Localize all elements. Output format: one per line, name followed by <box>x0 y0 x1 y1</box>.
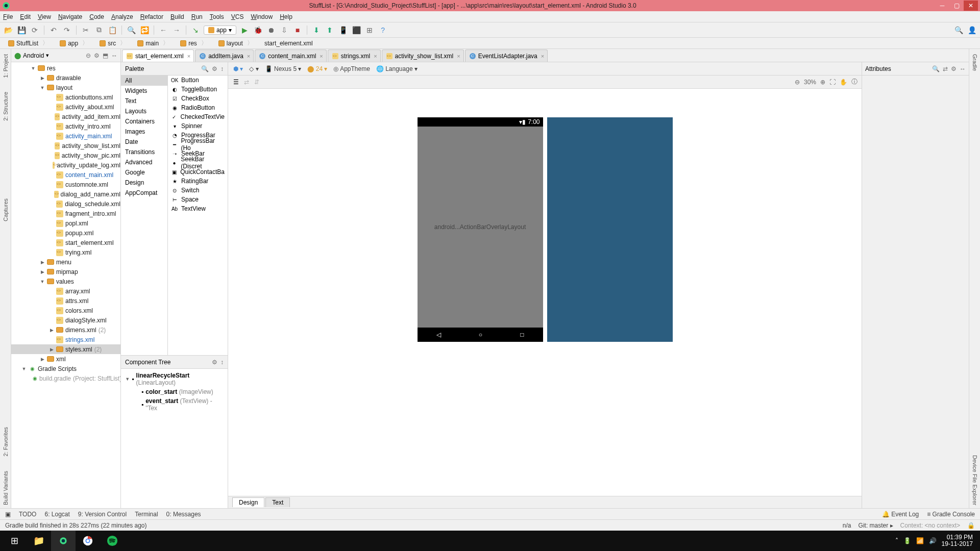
find-icon[interactable]: 🔍 <box>126 25 136 35</box>
menu-help[interactable]: Help <box>280 13 292 20</box>
vcs-update-icon[interactable]: ⬇ <box>311 25 322 35</box>
run-icon[interactable]: ▶ <box>239 25 250 35</box>
palette-category[interactable]: Images <box>121 127 167 137</box>
palette-item[interactable]: AbTextView <box>168 204 228 213</box>
open-icon[interactable]: 📂 <box>3 25 13 35</box>
gear-icon[interactable]: ⚙ <box>951 65 957 72</box>
palette-item[interactable]: ▾Spinner <box>168 121 228 131</box>
back-icon[interactable]: ← <box>158 25 168 35</box>
palette-item[interactable]: ●SeekBar (Discret <box>168 158 228 167</box>
favorites-gutter-tab[interactable]: 2: Favorites <box>3 424 9 459</box>
close-tab-icon[interactable]: × <box>374 53 377 59</box>
swap-icon[interactable]: ⇄ <box>943 65 948 72</box>
forward-icon[interactable]: → <box>172 25 182 35</box>
layout-inspector-icon[interactable]: ⊞ <box>364 25 375 35</box>
hide-icon[interactable]: ⬒ <box>103 52 108 59</box>
close-tab-icon[interactable]: × <box>457 53 460 59</box>
vcs-commit-icon[interactable]: ⬆ <box>325 25 335 35</box>
menu-refactor[interactable]: Refactor <box>140 13 163 20</box>
tree-item[interactable]: colors.xml <box>11 306 120 315</box>
run-config-selector[interactable]: app ▾ <box>204 26 236 35</box>
palette-category[interactable]: Advanced <box>121 157 167 167</box>
tree-item[interactable]: attrs.xml <box>11 296 120 306</box>
tree-item[interactable]: activity_show_list.xml <box>11 141 120 151</box>
menu-vcs[interactable]: VCS <box>231 13 244 20</box>
list-view-icon[interactable]: ☰ <box>233 79 239 86</box>
palette-category[interactable]: Transitions <box>121 147 167 157</box>
palette-category[interactable]: Layouts <box>121 106 167 116</box>
api-selector[interactable]: 24 <box>316 65 323 72</box>
tray-up-icon[interactable]: ˄ <box>895 537 898 544</box>
palette-category[interactable]: Google <box>121 167 167 178</box>
replace-icon[interactable]: 🔁 <box>139 25 150 35</box>
close-tab-icon[interactable]: × <box>187 53 190 59</box>
editor-tab[interactable]: CaddItem.java× <box>195 49 254 62</box>
palette-item[interactable]: ★RatingBar <box>168 177 228 186</box>
copy-icon[interactable]: ⧉ <box>94 25 104 35</box>
tree-item[interactable]: strings.xml <box>11 335 120 344</box>
view-mode-icon[interactable]: ⬢ ▾ <box>233 65 243 72</box>
text-tab[interactable]: Text <box>265 497 290 507</box>
tree-item[interactable]: ▼◉Gradle Scripts <box>11 364 120 373</box>
arrows-v-icon[interactable]: ⇵ <box>254 79 259 86</box>
palette-category[interactable]: Design <box>121 178 167 188</box>
gradle-gutter-tab[interactable]: Gradle <box>972 51 978 74</box>
sync-icon[interactable]: ⟳ <box>30 25 40 35</box>
zoom-out-icon[interactable]: ⊖ <box>795 79 800 86</box>
tree-item[interactable]: activity_intro.xml <box>11 121 120 131</box>
wifi-icon[interactable]: 📶 <box>916 537 924 544</box>
menu-build[interactable]: Build <box>170 13 184 20</box>
tree-item[interactable]: content_main.xml <box>11 170 120 180</box>
tree-item[interactable]: ▼res <box>11 63 120 73</box>
tree-item[interactable]: ▶drawable <box>11 73 120 83</box>
tree-item[interactable]: actionbuttons.xml <box>11 92 120 102</box>
tree-item[interactable]: activity_update_log.xml <box>11 160 120 170</box>
bottom-tool-button[interactable]: Terminal <box>135 511 158 518</box>
palette-item[interactable]: ◐ToggleButton <box>168 85 228 94</box>
palette-item[interactable]: ◉RadioButton <box>168 103 228 112</box>
tree-item[interactable]: ▶styles.xml (2) <box>11 344 120 354</box>
editor-tab[interactable]: strings.xml× <box>328 49 381 62</box>
breadcrumb-item[interactable]: start_element.xml <box>259 40 322 47</box>
component-tree-item[interactable]: ▪event_start (TextView) - "Tex <box>121 396 228 413</box>
breadcrumb-item[interactable]: app <box>55 39 93 47</box>
tree-item[interactable]: popl.xml <box>11 218 120 228</box>
bottom-tool-button[interactable]: 0: Messages <box>166 511 201 518</box>
tree-item[interactable]: ▶xml <box>11 354 120 364</box>
menu-view[interactable]: View <box>38 13 51 20</box>
search-icon[interactable]: 🔍 <box>932 65 940 72</box>
breadcrumb-item[interactable]: res <box>175 39 212 47</box>
palette-category[interactable]: Containers <box>121 116 167 127</box>
redo-icon[interactable]: ↷ <box>62 25 72 35</box>
avd-icon[interactable]: 📱 <box>338 25 348 35</box>
close-tab-icon[interactable]: × <box>247 53 250 59</box>
menu-navigate[interactable]: Navigate <box>58 13 82 20</box>
palette-categories[interactable]: AllWidgetsTextLayoutsContainersImagesDat… <box>121 76 168 355</box>
user-icon[interactable]: 👤 <box>967 25 977 35</box>
start-button[interactable]: ⊞ <box>2 531 27 551</box>
palette-category[interactable]: AppCompat <box>121 188 167 198</box>
system-clock[interactable]: 01:39 PM 19-11-2017 <box>942 534 973 547</box>
close-button[interactable]: ✕ <box>964 1 978 11</box>
tree-item[interactable]: ▼layout <box>11 83 120 92</box>
palette-category[interactable]: Date <box>121 137 167 147</box>
tree-item[interactable]: activity_show_pic.xml <box>11 151 120 160</box>
gear-icon[interactable]: ⚙ <box>212 359 217 366</box>
git-branch[interactable]: Git: master ▸ <box>859 522 893 529</box>
menu-file[interactable]: File <box>3 13 13 20</box>
save-icon[interactable]: 💾 <box>16 25 27 35</box>
blueprint-preview[interactable] <box>547 117 673 342</box>
language-selector[interactable]: Language <box>385 65 412 72</box>
expand-icon[interactable]: ↕ <box>220 359 224 366</box>
tree-item[interactable]: customnote.xml <box>11 180 120 189</box>
cut-icon[interactable]: ✂ <box>81 25 91 35</box>
breadcrumb-item[interactable]: StuffList <box>3 39 54 47</box>
tree-item[interactable]: ▼values <box>11 277 120 286</box>
volume-icon[interactable]: 🔊 <box>929 537 937 544</box>
tree-item[interactable]: ▶mipmap <box>11 267 120 277</box>
editor-tab[interactable]: Ccontent_main.xml× <box>255 49 326 62</box>
lock-icon[interactable]: 🔒 <box>967 522 975 529</box>
make-icon[interactable]: ↘ <box>190 25 201 35</box>
tree-item[interactable]: fragment_intro.xml <box>11 209 120 218</box>
component-tree[interactable]: ▼▪linearRecycleStart (LinearLayout)▪colo… <box>121 369 228 508</box>
